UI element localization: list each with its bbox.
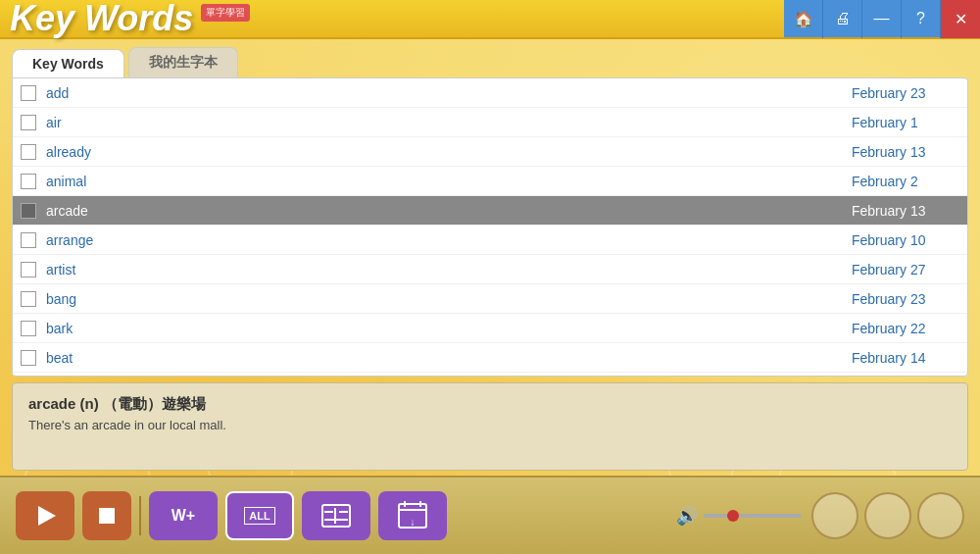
date-text: February 13 — [852, 203, 959, 219]
main-content: Key Words 我的生字本 addFebruary 23airFebruar… — [0, 39, 980, 476]
date-sort-button[interactable]: ↓ — [378, 491, 447, 540]
table-row[interactable]: beeFebruary 22 — [13, 373, 967, 376]
word-checkbox[interactable] — [21, 174, 36, 189]
minimize-button[interactable]: — — [862, 0, 902, 38]
table-row[interactable]: arrangeFebruary 10 — [13, 226, 967, 255]
word-plus-button[interactable]: W+ — [149, 491, 218, 540]
app-title: Key Words — [10, 1, 193, 36]
word-text: animal — [46, 174, 852, 189]
table-row[interactable]: artistFebruary 27 — [13, 255, 967, 284]
volume-dot — [727, 510, 739, 522]
word-text: beat — [46, 350, 852, 366]
home-button[interactable]: 🏠 — [784, 0, 823, 38]
toolbar-divider — [139, 496, 141, 535]
date-text: February 1 — [852, 115, 959, 130]
word-text: air — [46, 115, 852, 130]
volume-control[interactable]: 🔊 — [676, 505, 802, 527]
help-button[interactable]: ? — [902, 0, 941, 38]
circle-btn-2[interactable] — [864, 492, 911, 539]
shuffle-icon — [321, 504, 351, 528]
table-row[interactable]: bangFebruary 23 — [13, 284, 967, 314]
volume-track[interactable] — [704, 514, 802, 518]
table-row[interactable]: arcadeFebruary 13 — [13, 196, 967, 226]
tab-bar: Key Words 我的生字本 — [12, 47, 968, 77]
date-text: February 2 — [852, 174, 959, 189]
definition-sentence: There's an arcade in our local mall. — [28, 418, 952, 432]
date-text: February 22 — [852, 321, 959, 336]
print-button[interactable]: 🖨 — [823, 0, 862, 38]
table-row[interactable]: airFebruary 1 — [13, 108, 967, 137]
word-list-container: addFebruary 23airFebruary 1alreadyFebrua… — [12, 77, 968, 377]
word-text: bang — [46, 291, 852, 307]
word-checkbox[interactable] — [21, 262, 36, 277]
word-text: add — [46, 85, 852, 101]
word-checkbox[interactable] — [21, 291, 36, 307]
tab-my-words[interactable]: 我的生字本 — [128, 47, 238, 77]
date-text: February 23 — [852, 291, 959, 307]
close-button[interactable]: ✕ — [941, 0, 980, 38]
table-row[interactable]: addFebruary 23 — [13, 78, 967, 108]
word-text: artist — [46, 262, 852, 277]
definition-word: arcade (n) （電動）遊樂場 — [28, 395, 952, 414]
play-button[interactable] — [16, 491, 74, 540]
all-button[interactable]: ALL — [225, 491, 294, 540]
word-checkbox[interactable] — [21, 350, 36, 366]
table-row[interactable]: barkFebruary 22 — [13, 314, 967, 343]
bottom-toolbar: W+ ALL ↓ — [0, 476, 980, 554]
date-sort-icon: ↓ — [397, 500, 428, 531]
tab-key-words[interactable]: Key Words — [12, 49, 124, 77]
table-row[interactable]: animalFebruary 2 — [13, 167, 967, 196]
circle-btn-1[interactable] — [811, 492, 858, 539]
circle-buttons — [811, 492, 964, 539]
circle-btn-3[interactable] — [917, 492, 964, 539]
word-text: bark — [46, 321, 852, 336]
top-bar: Key Words 單字學習 🏠 🖨 — ? ✕ — [0, 0, 980, 39]
word-text: arrange — [46, 232, 852, 248]
stop-icon — [99, 508, 115, 524]
all-label: ALL — [244, 507, 274, 525]
word-text: already — [46, 144, 852, 160]
definition-area: arcade (n) （電動）遊樂場 There's an arcade in … — [12, 382, 968, 471]
table-row[interactable]: alreadyFebruary 13 — [13, 137, 967, 167]
word-checkbox[interactable] — [21, 85, 36, 101]
date-text: February 23 — [852, 85, 959, 101]
word-checkbox[interactable] — [21, 321, 36, 336]
date-text: February 27 — [852, 262, 959, 277]
date-text: February 14 — [852, 350, 959, 366]
word-checkbox[interactable] — [21, 203, 36, 219]
shuffle-button[interactable] — [302, 491, 370, 540]
word-checkbox[interactable] — [21, 232, 36, 248]
word-text: arcade — [46, 203, 852, 219]
play-icon — [38, 506, 56, 526]
word-checkbox[interactable] — [21, 115, 36, 130]
svg-text:↓: ↓ — [411, 517, 416, 528]
learning-badge: 單字學習 — [201, 4, 250, 22]
table-row[interactable]: beatFebruary 14 — [13, 343, 967, 373]
word-checkbox[interactable] — [21, 144, 36, 160]
date-text: February 13 — [852, 144, 959, 160]
volume-icon: 🔊 — [676, 505, 698, 527]
stop-button[interactable] — [82, 491, 131, 540]
word-list-scroll[interactable]: addFebruary 23airFebruary 1alreadyFebrua… — [13, 78, 967, 376]
date-text: February 10 — [852, 232, 959, 248]
